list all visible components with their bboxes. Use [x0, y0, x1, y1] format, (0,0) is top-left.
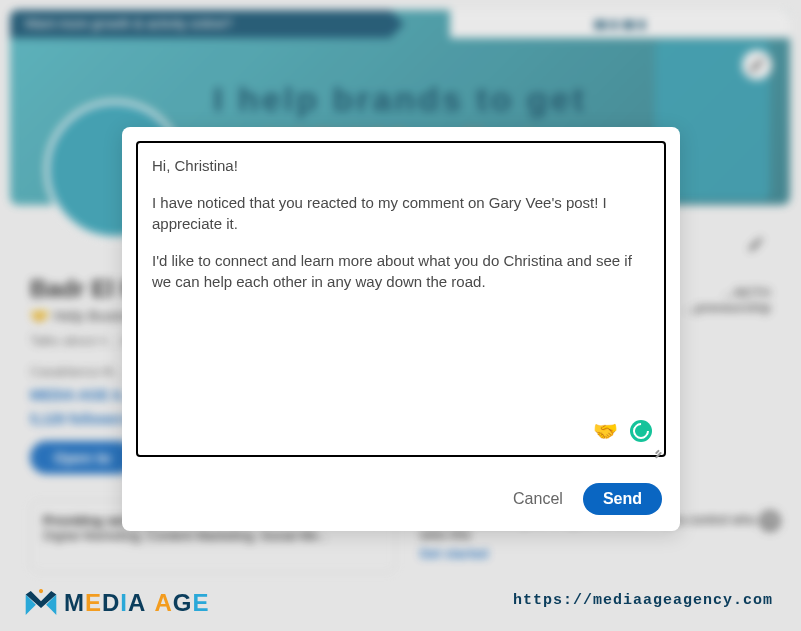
- modal-footer: Cancel Send: [122, 471, 680, 531]
- footer-url[interactable]: https://mediaageagency.com: [513, 592, 773, 609]
- svg-point-0: [39, 589, 43, 593]
- message-p1: I have noticed that you reacted to my co…: [152, 192, 650, 234]
- grammarly-icon[interactable]: [630, 420, 652, 442]
- message-content: Hi, Christina! I have noticed that you r…: [152, 155, 650, 292]
- invite-modal: Hi, Christina! I have noticed that you r…: [122, 127, 680, 531]
- message-p2: I'd like to connect and learn more about…: [152, 250, 650, 292]
- brand-logo-icon: [24, 589, 58, 617]
- message-greeting: Hi, Christina!: [152, 155, 650, 176]
- send-button[interactable]: Send: [583, 483, 662, 515]
- handshake-icon: 🤝: [593, 417, 618, 445]
- message-textarea[interactable]: Hi, Christina! I have noticed that you r…: [136, 141, 666, 457]
- footer-brand: MEDIAAGE: [24, 589, 209, 617]
- cancel-button[interactable]: Cancel: [513, 490, 563, 508]
- brand-text: MEDIAAGE: [64, 589, 209, 617]
- textarea-wrap: Hi, Christina! I have noticed that you r…: [122, 127, 680, 471]
- textarea-icons: 🤝: [593, 417, 652, 445]
- resize-handle-icon[interactable]: [652, 443, 662, 453]
